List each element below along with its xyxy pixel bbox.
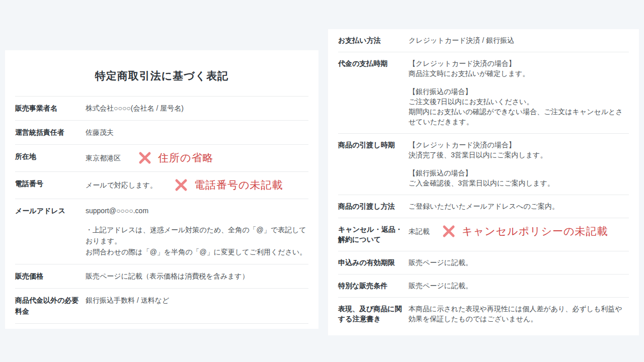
table-row: 表現、及び商品に関する注意書き本商品に示された表現や再現性には個人差があり、必ず… — [338, 298, 629, 330]
table-row: 販売事業者名株式会社○○○○(会社名 / 屋号名) — [15, 97, 308, 121]
page-title: 特定商取引法に基づく表記 — [15, 50, 308, 97]
row-label: 商品の引渡し方法 — [338, 201, 409, 211]
row-value: 販売ページに記載。 — [409, 257, 629, 267]
row-label: 所在地 — [15, 151, 86, 165]
error-annotation: 電話番号の未記載 — [174, 178, 283, 192]
value-line: クレジットカード決済 / 銀行振込 — [409, 35, 629, 45]
table-row: 電話番号メールで対応します。電話番号の未記載 — [15, 172, 308, 199]
table-row: メールアドレスsupport@○○○○.com・上記アドレスは、迷惑メール対策の… — [15, 199, 308, 264]
row-label: お支払い方法 — [338, 35, 409, 45]
row-value: 【クレジットカード決済の場合】商品注文時にお支払いが確定します。【銀行振込の場合… — [409, 58, 629, 127]
x-mark-icon — [138, 151, 152, 165]
row-label: 電話番号 — [15, 178, 86, 192]
row-label: 特別な販売条件 — [338, 281, 409, 291]
value-line — [409, 160, 629, 168]
row-value: 本商品に示された表現や再現性には個人差があり、必ずしも利益や効果を保証したもので… — [409, 304, 629, 324]
table-row: 販売価格販売ページに記載（表示価格は消費税を含みます） — [15, 264, 308, 289]
value-line: support@○○○○.com — [86, 205, 308, 216]
value-line: 【クレジットカード決済の場合】 — [409, 58, 629, 68]
left-info-table: 販売事業者名株式会社○○○○(会社名 / 屋号名)運営統括責任者佐藤茂夫所在地東… — [15, 97, 308, 324]
row-value: 販売ページに記載。 — [409, 281, 629, 291]
table-row: 申込みの有効期限販売ページに記載。 — [338, 251, 629, 275]
row-label: 代金の支払時期 — [338, 58, 409, 127]
row-label: 表現、及び商品に関する注意書き — [338, 304, 409, 324]
table-row: キャンセル・返品・解約について未記載キャンセルポリシーの未記載 — [338, 218, 629, 251]
value-text: メールで対応します。 — [86, 179, 157, 191]
value-line: メールで対応します。電話番号の未記載 — [86, 178, 308, 192]
value-text: 未記載 — [409, 226, 430, 236]
table-row: 特別な販売条件販売ページに記載。 — [338, 275, 629, 298]
right-info-table: お支払い方法クレジットカード決済 / 銀行振込代金の支払時期【クレジットカード決… — [338, 29, 629, 330]
annotation-text: 住所の省略 — [158, 152, 214, 163]
row-label: 販売事業者名 — [15, 103, 86, 114]
annotation-text: キャンセルポリシーの未記載 — [462, 226, 608, 236]
row-label: 運営統括責任者 — [15, 127, 86, 138]
value-line: 決済完了後、3営業日以内にご案内します。 — [409, 150, 629, 160]
value-line: お問合わせの際は「@」を半角の「@」に変更してご利用ください。 — [86, 246, 308, 257]
row-label: メールアドレス — [15, 205, 86, 257]
page-background: { "colors": { "background": "#f3f6f9", "… — [0, 0, 644, 362]
value-text: 東京都港区 — [86, 152, 121, 163]
table-row: 代金の支払時期【クレジットカード決済の場合】商品注文時にお支払いが確定します。【… — [338, 52, 629, 134]
x-mark-icon — [442, 224, 456, 238]
error-annotation: 住所の省略 — [138, 151, 214, 165]
row-value: 株式会社○○○○(会社名 / 屋号名) — [86, 103, 308, 114]
value-line: 銀行振込手数料 / 送料など — [86, 295, 308, 306]
value-line: 未記載キャンセルポリシーの未記載 — [409, 224, 629, 238]
value-line: 期間内にお支払いの確認ができない場合、ご注文はキャンセルとさせていただきます。 — [409, 107, 629, 127]
error-annotation: キャンセルポリシーの未記載 — [442, 224, 608, 238]
row-value: support@○○○○.com・上記アドレスは、迷惑メール対策のため、全角の「… — [86, 205, 308, 257]
row-value: 東京都港区住所の省略 — [86, 151, 308, 165]
annotation-text: 電話番号の未記載 — [194, 179, 283, 191]
value-line: 佐藤茂夫 — [86, 127, 308, 138]
table-row: お支払い方法クレジットカード決済 / 銀行振込 — [338, 29, 629, 52]
x-mark-icon — [174, 178, 188, 192]
value-line: 【銀行振込の場合】 — [409, 168, 629, 178]
row-label: キャンセル・返品・解約について — [338, 224, 409, 244]
value-line: 販売ページに記載。 — [409, 281, 629, 291]
row-label: 販売価格 — [15, 270, 86, 282]
value-line: ご注文後7日以内にお支払いください。 — [409, 97, 629, 107]
value-line: 東京都港区住所の省略 — [86, 151, 308, 165]
value-line — [86, 216, 308, 224]
table-row: 所在地東京都港区住所の省略 — [15, 145, 308, 172]
value-line: 【クレジットカード決済の場合】 — [409, 140, 629, 150]
row-label: 申込みの有効期限 — [338, 257, 409, 267]
payment-terms-card: お支払い方法クレジットカード決済 / 銀行振込代金の支払時期【クレジットカード決… — [328, 29, 639, 335]
row-value: 銀行振込手数料 / 送料など — [86, 295, 308, 317]
value-line: 本商品に示された表現や再現性には個人差があり、必ずしも利益や効果を保証したもので… — [409, 304, 629, 324]
table-row: 運営統括責任者佐藤茂夫 — [15, 121, 308, 145]
row-value: ご登録いただいたメールアドレスへのご案内。 — [409, 201, 629, 211]
value-line: 販売ページに記載（表示価格は消費税を含みます） — [86, 270, 308, 282]
tokushoho-notice-card: 特定商取引法に基づく表記 販売事業者名株式会社○○○○(会社名 / 屋号名)運営… — [5, 50, 318, 329]
row-value: クレジットカード決済 / 銀行振込 — [409, 35, 629, 45]
row-label: 商品代金以外の必要料金 — [15, 295, 86, 317]
row-value: 未記載キャンセルポリシーの未記載 — [409, 224, 629, 244]
row-value: メールで対応します。電話番号の未記載 — [86, 178, 308, 192]
value-line — [409, 78, 629, 86]
value-line: ご入金確認後、3営業日以内にご案内します。 — [409, 178, 629, 188]
value-line: 株式会社○○○○(会社名 / 屋号名) — [86, 103, 308, 114]
row-value: 佐藤茂夫 — [86, 127, 308, 138]
table-row: 商品代金以外の必要料金銀行振込手数料 / 送料など — [15, 289, 308, 324]
table-row: 商品の引渡し時期【クレジットカード決済の場合】決済完了後、3営業日以内にご案内し… — [338, 134, 629, 195]
row-label: 商品の引渡し時期 — [338, 140, 409, 188]
value-line: 商品注文時にお支払いが確定します。 — [409, 68, 629, 78]
row-value: 販売ページに記載（表示価格は消費税を含みます） — [86, 270, 308, 282]
value-line: 販売ページに記載。 — [409, 257, 629, 267]
value-line: ご登録いただいたメールアドレスへのご案内。 — [409, 201, 629, 211]
value-line: ・上記アドレスは、迷惑メール対策のため、全角の「@」で表記しております。 — [86, 224, 308, 246]
table-row: 商品の引渡し方法ご登録いただいたメールアドレスへのご案内。 — [338, 195, 629, 218]
value-line: 【銀行振込の場合】 — [409, 86, 629, 97]
row-value: 【クレジットカード決済の場合】決済完了後、3営業日以内にご案内します。【銀行振込… — [409, 140, 629, 188]
